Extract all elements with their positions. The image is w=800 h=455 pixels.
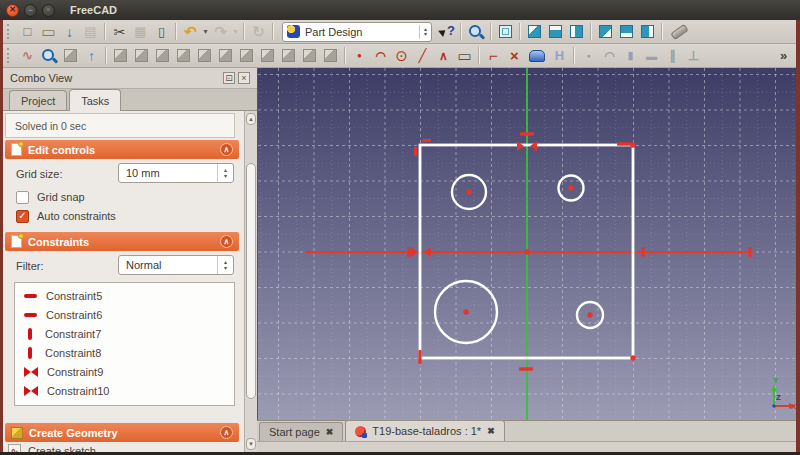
fillet-feature-icon[interactable]: [198, 49, 211, 62]
window-maximize-button[interactable]: ▫: [42, 4, 55, 17]
undo-dropdown-icon[interactable]: ▾: [201, 21, 210, 42]
tab-project[interactable]: Project: [9, 90, 67, 110]
window-minimize-button[interactable]: –: [24, 4, 37, 17]
trim-tool-icon[interactable]: ×: [504, 45, 525, 66]
constraint-marker[interactable]: [422, 139, 431, 142]
constraint-item[interactable]: Constraint10: [15, 381, 234, 400]
document-tab[interactable]: T19-base-taladros : 1*✖: [345, 420, 504, 441]
new-sketch-icon[interactable]: ∿: [17, 45, 38, 66]
sketch-point[interactable]: [466, 189, 471, 194]
constraint-marker[interactable]: [424, 247, 431, 257]
grid-size-spinbox[interactable]: 10 mm ▴ ▾: [118, 163, 234, 183]
constraint-item[interactable]: Constraint6: [15, 305, 234, 324]
multitransform-icon[interactable]: [324, 49, 337, 62]
cut-icon[interactable]: ✂: [109, 21, 130, 42]
save-file-icon[interactable]: ↓: [59, 21, 80, 42]
create-sketch-item[interactable]: ∿ Create sketch: [8, 444, 96, 452]
view-isometric-icon[interactable]: [499, 25, 512, 38]
scroll-down-icon[interactable]: ▼: [246, 438, 256, 450]
view-right-icon[interactable]: [570, 25, 583, 38]
view-top-icon[interactable]: [549, 25, 562, 38]
constraint-marker[interactable]: [530, 141, 537, 151]
auto-constraints-checkbox[interactable]: ✓: [16, 210, 29, 223]
new-file-icon[interactable]: □: [17, 21, 38, 42]
constraint-marker[interactable]: [520, 132, 534, 136]
constraint-marker[interactable]: [418, 350, 421, 364]
spinner-down-icon[interactable]: ▾: [424, 32, 427, 37]
workbench-selector[interactable]: Part Design▴▾: [282, 22, 432, 42]
sketch-point[interactable]: [524, 249, 529, 254]
section-edit-controls[interactable]: Edit controls ∧: [5, 140, 239, 159]
constraint-marker[interactable]: [519, 367, 533, 371]
constraint-item[interactable]: Constraint8: [15, 343, 234, 362]
section-constraints[interactable]: Constraints ∧: [5, 232, 239, 251]
constraint-marker[interactable]: [517, 141, 524, 151]
edit-sketch-icon[interactable]: [40, 47, 58, 65]
point-tool-icon[interactable]: ●: [349, 45, 370, 66]
leave-sketch-icon[interactable]: ↑: [81, 45, 102, 66]
tab-tasks[interactable]: Tasks: [69, 89, 121, 111]
constrain-parallel-icon[interactable]: ∥: [662, 45, 683, 66]
copy-icon[interactable]: ▦: [130, 21, 151, 42]
sketch-point[interactable]: [630, 142, 635, 147]
filter-combobox[interactable]: Normal ▴ ▾: [118, 255, 234, 275]
sketch-point[interactable]: [630, 355, 635, 360]
collapse-section-icon[interactable]: ∧: [220, 235, 233, 248]
constrain-perpendicular-icon[interactable]: ⊥: [683, 45, 704, 66]
sketch-point[interactable]: [568, 185, 573, 190]
print-icon[interactable]: ▤: [80, 21, 101, 42]
groove-icon[interactable]: [177, 49, 190, 62]
constrain-vertical-icon[interactable]: ▮: [620, 45, 641, 66]
zoom-fit-icon[interactable]: [467, 23, 485, 41]
constraint-item[interactable]: Constraint9: [15, 362, 234, 381]
collapse-section-icon[interactable]: ∧: [220, 426, 233, 439]
rectangle-tool-icon[interactable]: ▭: [454, 45, 475, 66]
open-file-icon[interactable]: ▭: [38, 21, 59, 42]
collapse-section-icon[interactable]: ∧: [220, 143, 233, 156]
view-rear-icon[interactable]: [599, 25, 612, 38]
undo-icon[interactable]: ↶: [180, 21, 201, 42]
sketch-point[interactable]: [587, 312, 592, 317]
constrain-horizontal-icon[interactable]: ▬: [641, 45, 662, 66]
paste-icon[interactable]: ▯: [151, 21, 172, 42]
mirrored-icon[interactable]: [303, 49, 316, 62]
linear-pattern-icon[interactable]: [261, 49, 274, 62]
constrain-tangent-icon[interactable]: ◠: [599, 45, 620, 66]
revolution-icon[interactable]: [156, 49, 169, 62]
circle-tool-icon[interactable]: ⊙: [391, 45, 412, 66]
map-sketch-icon[interactable]: [64, 49, 77, 62]
scroll-up-icon[interactable]: ▲: [246, 113, 256, 125]
close-tab-icon[interactable]: ✖: [487, 426, 495, 436]
view-bottom-icon[interactable]: [620, 25, 633, 38]
constraint-marker[interactable]: [617, 142, 631, 146]
panel-scrollbar[interactable]: ▲ ▼: [244, 111, 257, 452]
section-create-geometry[interactable]: Create Geometry ∧: [5, 423, 239, 442]
spinner-arrows-icon[interactable]: ▴▾: [419, 25, 427, 39]
measure-distance-icon[interactable]: [670, 23, 689, 39]
spinner-arrows-icon[interactable]: ▴ ▾: [217, 164, 233, 182]
toolbar-handle[interactable]: [7, 24, 13, 39]
constraint-item[interactable]: Constraint5: [15, 286, 234, 305]
grid-snap-checkbox[interactable]: [16, 191, 29, 204]
close-tab-icon[interactable]: ✖: [326, 427, 334, 437]
toolbar-overflow-icon[interactable]: »: [773, 45, 794, 66]
fillet-tool-icon[interactable]: ⌐: [483, 45, 504, 66]
sketch-point[interactable]: [463, 309, 468, 314]
whats-this-icon[interactable]: ?: [437, 22, 457, 42]
constraint-item[interactable]: Constraint7: [15, 324, 234, 343]
constrain-coincident-icon[interactable]: ●: [578, 45, 599, 66]
external-geometry-icon[interactable]: [529, 50, 545, 62]
line-tool-icon[interactable]: ╱: [412, 45, 433, 66]
panel-float-icon[interactable]: ⊡: [223, 72, 235, 84]
constraint-marker[interactable]: [407, 247, 410, 257]
view-left-icon[interactable]: [641, 25, 654, 38]
redo-icon[interactable]: ↷: [210, 21, 231, 42]
construction-mode-icon[interactable]: H: [549, 45, 570, 66]
constraint-marker[interactable]: [414, 147, 417, 156]
spinner-arrows-icon[interactable]: ▴ ▾: [217, 256, 233, 274]
view-front-icon[interactable]: [528, 25, 541, 38]
document-tab[interactable]: Start page✖: [259, 422, 343, 441]
scrollbar-thumb[interactable]: [246, 163, 256, 399]
arc-tool-icon[interactable]: ◠: [370, 45, 391, 66]
constraint-marker[interactable]: [641, 247, 644, 257]
